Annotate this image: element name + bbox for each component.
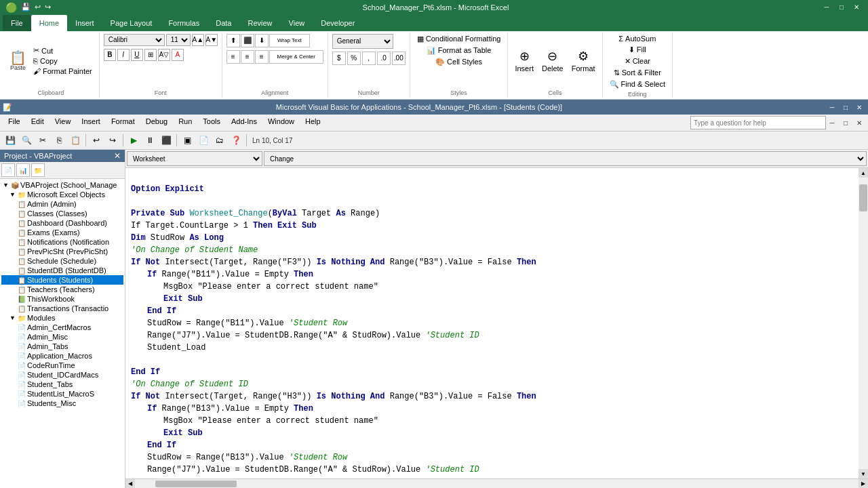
procedure-dropdown[interactable]: Change (264, 151, 867, 166)
wrap-text-btn[interactable]: Wrap Text (269, 34, 310, 47)
border-btn[interactable]: ⊞ (144, 49, 157, 61)
vba-close-btn[interactable]: ✕ (853, 102, 865, 112)
tree-item-studentdb[interactable]: 📋 StudentDB (StudentDB) (1, 266, 123, 275)
expand-icon-excel[interactable]: ▼ (9, 191, 16, 198)
vba-help-close[interactable]: ✕ (853, 118, 865, 127)
tree-item-modules[interactable]: ▼ 📁 Modules (1, 313, 123, 323)
vba-reset-btn[interactable]: ⬛ (159, 133, 174, 148)
tab-insert[interactable]: Insert (67, 15, 102, 31)
vba-search-btn[interactable]: 🔍 (19, 133, 34, 148)
cut-button[interactable]: ✂ Cut (31, 45, 95, 56)
tree-item-students[interactable]: 📋 Students (Students) (1, 275, 123, 285)
align-center-btn[interactable]: ≡ (241, 50, 254, 64)
quick-access-undo[interactable]: ↩ (35, 3, 41, 12)
scroll-up-btn[interactable]: ▲ (859, 168, 868, 178)
vba-redo-btn[interactable]: ↪ (105, 133, 120, 148)
vba-menu-addins[interactable]: Add-Ins (226, 116, 262, 129)
excel-restore-btn[interactable]: □ (835, 3, 848, 12)
vba-class-btn[interactable]: 🗂 (212, 133, 227, 148)
delete-cells-btn[interactable]: Delete (539, 64, 566, 73)
tab-review[interactable]: Review (239, 15, 280, 31)
sort-filter-btn[interactable]: ⇅Sort & Filter (611, 68, 664, 78)
excel-minimize-btn[interactable]: ─ (821, 3, 833, 12)
tree-item-dashboard[interactable]: 📋 Dashboard (Dashboard) (1, 218, 123, 228)
quick-access-redo[interactable]: ↪ (45, 3, 51, 12)
tree-item-classes[interactable]: 📋 Classes (Classes) (1, 209, 123, 218)
vba-minimize-btn[interactable]: ─ (826, 102, 838, 112)
insert-cells-btn[interactable]: Insert (512, 64, 536, 73)
font-size-select[interactable]: 11 (166, 34, 191, 46)
tree-item-admin-tabs[interactable]: 📄 Admin_Tabs (1, 342, 123, 351)
comma-btn[interactable]: , (362, 52, 376, 65)
vba-save-btn[interactable]: 💾 (3, 133, 18, 148)
font-name-select[interactable]: Calibri (104, 34, 165, 46)
tab-view[interactable]: View (281, 15, 313, 31)
tree-item-admin[interactable]: 📋 Admin (Admin) (1, 199, 123, 209)
fill-btn[interactable]: ⬇Fill (626, 45, 649, 55)
tab-home[interactable]: Home (31, 15, 67, 31)
align-right-btn[interactable]: ≡ (255, 50, 269, 64)
tree-item-students-misc[interactable]: 📄 Students_Misc (1, 399, 123, 408)
tree-item-app-macros[interactable]: 📄 Application_Macros (1, 351, 123, 361)
underline-btn[interactable]: U (131, 49, 143, 61)
vba-help-minimize[interactable]: ─ (826, 118, 838, 127)
view-code-btn[interactable]: 📄 (1, 163, 15, 177)
tab-developer[interactable]: Developer (313, 15, 363, 31)
merge-center-btn[interactable]: Merge & Center (269, 50, 323, 64)
tree-item-student-idcard[interactable]: 📄 Student_IDCardMacs (1, 370, 123, 380)
find-select-btn[interactable]: 🔍Find & Select (607, 79, 668, 89)
clear-btn[interactable]: ✕Clear (622, 56, 653, 66)
scroll-thumb[interactable] (859, 184, 867, 211)
autosum-btn[interactable]: ΣAutoSum (616, 34, 658, 43)
align-left-btn[interactable]: ≡ (226, 50, 240, 64)
tree-item-thisworkbook[interactable]: 📗 ThisWorkbook (1, 294, 123, 304)
expand-icon[interactable]: ▼ (3, 182, 9, 188)
conditional-formatting-btn[interactable]: ▦ Conditional Formatting (414, 34, 504, 44)
vba-break-btn[interactable]: ⏸ (142, 133, 157, 148)
vba-undo-btn[interactable]: ↩ (89, 133, 104, 148)
vba-menu-insert[interactable]: Insert (76, 116, 106, 129)
tree-item-exams[interactable]: 📋 Exams (Exams) (1, 228, 123, 237)
expand-icon-modules[interactable]: ▼ (9, 314, 16, 321)
cell-styles-btn[interactable]: 🎨 Cell Styles (433, 57, 485, 67)
vba-menu-tools[interactable]: Tools (197, 116, 226, 129)
italic-btn[interactable]: I (117, 49, 130, 61)
tree-item-studentlist-macros[interactable]: 📄 StudentList_MacroS (1, 389, 123, 399)
tab-data[interactable]: Data (208, 15, 239, 31)
bold-btn[interactable]: B (104, 49, 116, 61)
toggle-folder-btn[interactable]: 📁 (31, 163, 45, 177)
vba-menu-window[interactable]: Window (262, 116, 300, 129)
decrease-font-btn[interactable]: A▼ (205, 34, 218, 46)
tree-item-student-tabs[interactable]: 📄 Student_Tabs (1, 380, 123, 389)
tree-item-notifications[interactable]: 📋 Notifications (Notification (1, 237, 123, 247)
hscroll-right-btn[interactable]: ▶ (859, 479, 868, 489)
vba-menu-help[interactable]: Help (300, 116, 326, 129)
view-object-btn[interactable]: 📊 (16, 163, 30, 177)
align-bottom-btn[interactable]: ⬇ (255, 34, 269, 47)
object-dropdown[interactable]: Worksheet (127, 151, 262, 166)
vba-menu-view[interactable]: View (50, 116, 77, 129)
align-middle-btn[interactable]: ⬛ (241, 34, 254, 47)
vba-help-input[interactable] (690, 116, 826, 129)
tree-item-admin-misc[interactable]: 📄 Admin_Misc (1, 332, 123, 342)
increase-decimal-btn[interactable]: .0 (377, 52, 391, 65)
code-content[interactable]: Option Explicit Private Sub Worksheet_Ch… (125, 168, 859, 479)
quick-access-save[interactable]: 💾 (21, 3, 31, 12)
format-painter-button[interactable]: 🖌 Format Painter (31, 66, 95, 76)
number-format-select[interactable]: General (332, 34, 393, 49)
vba-help-restore[interactable]: □ (840, 118, 852, 127)
fill-color-btn[interactable]: A▽ (158, 49, 170, 61)
tab-file[interactable]: File (3, 15, 31, 31)
vba-paste-btn[interactable]: 📋 (68, 133, 83, 148)
vba-cut-btn[interactable]: ✂ (35, 133, 50, 148)
paste-button[interactable]: 📋 Paste (7, 49, 29, 73)
currency-btn[interactable]: $ (332, 52, 346, 65)
vba-restore-btn[interactable]: □ (840, 102, 852, 112)
percent-btn[interactable]: % (347, 52, 361, 65)
vba-menu-format[interactable]: Format (106, 116, 140, 129)
decrease-decimal-btn[interactable]: .00 (392, 52, 406, 65)
scroll-down-btn[interactable]: ▼ (859, 469, 868, 479)
vba-menu-file[interactable]: File (3, 116, 26, 129)
tree-item-schedule[interactable]: 📋 Schedule (Schedule) (1, 256, 123, 266)
vba-copy-btn[interactable]: ⎘ (52, 133, 66, 148)
